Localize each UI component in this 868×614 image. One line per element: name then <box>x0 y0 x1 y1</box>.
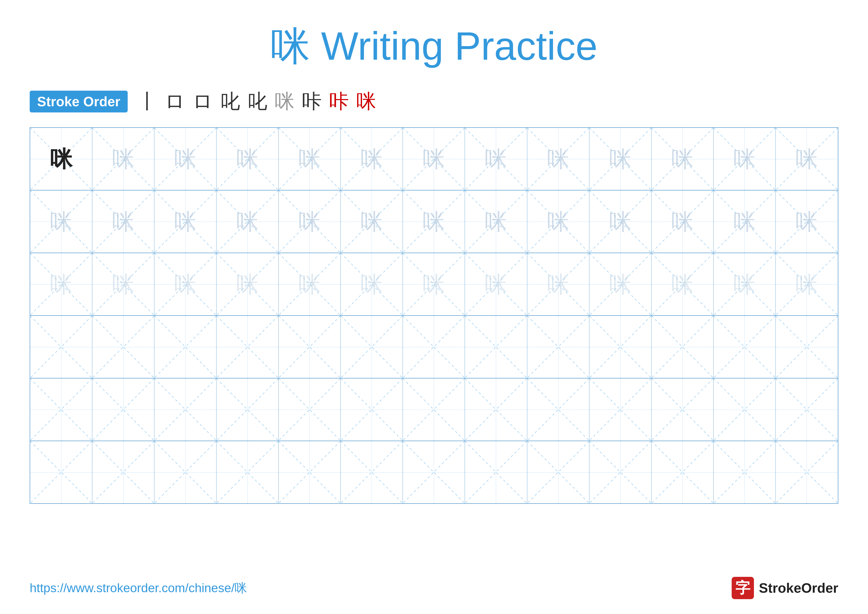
grid-cell-5-0[interactable] <box>30 441 92 503</box>
grid-cell-1-5[interactable]: 咪 <box>341 190 403 253</box>
grid-cell-0-5[interactable]: 咪 <box>341 128 403 190</box>
grid-cell-5-4[interactable] <box>279 441 341 503</box>
title-english: Writing Practice <box>321 24 598 68</box>
grid-cell-0-2[interactable]: 咪 <box>154 128 217 190</box>
grid-cell-0-8[interactable]: 咪 <box>527 128 589 190</box>
grid-cell-5-6[interactable] <box>403 441 465 503</box>
practice-char-0-2: 咪 <box>174 148 197 170</box>
grid-cell-1-12[interactable]: 咪 <box>776 190 838 253</box>
svg-line-85 <box>217 316 278 378</box>
grid-cell-0-6[interactable]: 咪 <box>403 128 465 190</box>
grid-cell-0-12[interactable]: 咪 <box>776 128 838 190</box>
grid-cell-5-10[interactable] <box>651 441 714 503</box>
grid-cell-1-4[interactable]: 咪 <box>279 190 341 253</box>
grid-cell-3-4[interactable] <box>279 316 341 378</box>
svg-line-80 <box>92 316 154 378</box>
grid-cell-5-2[interactable] <box>154 441 217 503</box>
grid-cell-4-6[interactable] <box>403 378 465 441</box>
grid-cell-3-5[interactable] <box>341 316 403 378</box>
svg-line-128 <box>776 378 838 441</box>
grid-cell-2-1[interactable]: 咪 <box>92 253 154 315</box>
grid-cell-1-6[interactable]: 咪 <box>403 190 465 253</box>
practice-char-1-2: 咪 <box>174 210 197 233</box>
grid-cell-2-12[interactable]: 咪 <box>776 253 838 315</box>
grid-cell-4-9[interactable] <box>589 378 651 441</box>
grid-cell-0-1[interactable]: 咪 <box>92 128 154 190</box>
grid-cell-3-11[interactable] <box>714 316 776 378</box>
grid-cell-5-1[interactable] <box>92 441 154 503</box>
grid-cell-4-4[interactable] <box>279 378 341 441</box>
stroke-step-2: ロ <box>165 88 185 115</box>
footer: https://www.strokeorder.com/chinese/咪 字 … <box>30 577 838 599</box>
grid-cell-3-7[interactable] <box>465 316 527 378</box>
grid-cell-2-6[interactable]: 咪 <box>403 253 465 315</box>
grid-cell-4-12[interactable] <box>776 378 838 441</box>
svg-line-138 <box>279 441 341 503</box>
svg-line-130 <box>30 441 92 503</box>
svg-line-121 <box>527 378 589 441</box>
grid-cell-0-3[interactable]: 咪 <box>217 128 279 190</box>
grid-cell-5-3[interactable] <box>217 441 279 503</box>
grid-cell-1-1[interactable]: 咪 <box>92 190 154 253</box>
grid-cell-4-3[interactable] <box>217 378 279 441</box>
grid-cell-4-10[interactable] <box>651 378 714 441</box>
grid-cell-5-12[interactable] <box>776 441 838 503</box>
grid-cell-5-7[interactable] <box>465 441 527 503</box>
grid-cell-0-7[interactable]: 咪 <box>465 128 527 190</box>
grid-cell-0-10[interactable]: 咪 <box>651 128 714 190</box>
practice-char-2-12: 咪 <box>795 273 818 295</box>
grid-cell-1-10[interactable]: 咪 <box>651 190 714 253</box>
grid-cell-2-11[interactable]: 咪 <box>714 253 776 315</box>
grid-cell-2-7[interactable]: 咪 <box>465 253 527 315</box>
grid-cell-2-3[interactable]: 咪 <box>217 253 279 315</box>
grid-cell-1-7[interactable]: 咪 <box>465 190 527 253</box>
grid-cell-5-8[interactable] <box>527 441 589 503</box>
grid-cell-2-5[interactable]: 咪 <box>341 253 403 315</box>
grid-cell-2-2[interactable]: 咪 <box>154 253 217 315</box>
grid-cell-1-11[interactable]: 咪 <box>714 190 776 253</box>
grid-cell-3-10[interactable] <box>651 316 714 378</box>
grid-cell-4-0[interactable] <box>30 378 92 441</box>
svg-line-105 <box>30 378 92 441</box>
grid-cell-2-0[interactable]: 咪 <box>30 253 92 315</box>
grid-cell-3-8[interactable] <box>527 316 589 378</box>
grid-cell-1-8[interactable]: 咪 <box>527 190 589 253</box>
grid-cell-2-9[interactable]: 咪 <box>589 253 651 315</box>
grid-cell-2-10[interactable]: 咪 <box>651 253 714 315</box>
svg-line-147 <box>527 441 589 503</box>
grid-cell-0-11[interactable]: 咪 <box>714 128 776 190</box>
grid-cell-1-3[interactable]: 咪 <box>217 190 279 253</box>
grid-cell-0-9[interactable]: 咪 <box>589 128 651 190</box>
svg-line-94 <box>527 316 589 378</box>
grid-cell-0-0[interactable]: 咪 <box>30 128 92 190</box>
practice-char-2-0: 咪 <box>50 273 72 295</box>
grid-cell-5-5[interactable] <box>341 441 403 503</box>
svg-line-145 <box>465 441 527 503</box>
grid-cell-1-9[interactable]: 咪 <box>589 190 651 253</box>
grid-cell-3-2[interactable] <box>154 316 217 378</box>
grid-cell-3-9[interactable] <box>589 316 651 378</box>
grid-cell-3-0[interactable] <box>30 316 92 378</box>
grid-cell-5-9[interactable] <box>589 441 651 503</box>
grid-cell-4-1[interactable] <box>92 378 154 441</box>
grid-cell-3-12[interactable] <box>776 316 838 378</box>
grid-cell-5-11[interactable] <box>714 441 776 503</box>
grid-cell-1-2[interactable]: 咪 <box>154 190 217 253</box>
grid-cell-1-0[interactable]: 咪 <box>30 190 92 253</box>
practice-char-0-11: 咪 <box>733 148 756 170</box>
grid-cell-4-8[interactable] <box>527 378 589 441</box>
practice-char-0-0: 咪 <box>50 148 72 170</box>
grid-cell-4-2[interactable] <box>154 378 217 441</box>
grid-cell-4-11[interactable] <box>714 378 776 441</box>
grid-cell-3-6[interactable] <box>403 316 465 378</box>
grid-cell-0-4[interactable]: 咪 <box>279 128 341 190</box>
svg-line-79 <box>30 316 92 378</box>
svg-line-84 <box>217 316 278 378</box>
svg-line-144 <box>465 441 527 503</box>
grid-cell-2-4[interactable]: 咪 <box>279 253 341 315</box>
grid-cell-2-8[interactable]: 咪 <box>527 253 589 315</box>
grid-cell-3-1[interactable] <box>92 316 154 378</box>
grid-cell-4-5[interactable] <box>341 378 403 441</box>
grid-cell-3-3[interactable] <box>217 316 279 378</box>
grid-cell-4-7[interactable] <box>465 378 527 441</box>
